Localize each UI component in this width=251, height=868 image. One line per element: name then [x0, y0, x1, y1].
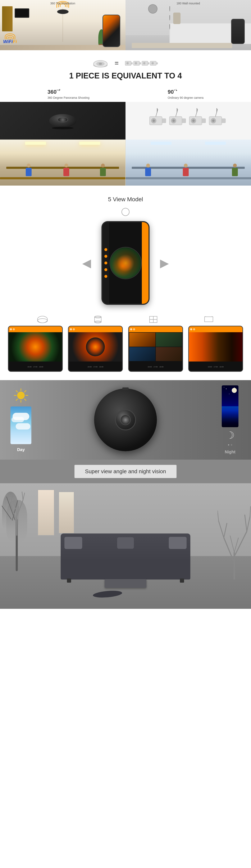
camera-device-body	[57, 9, 69, 14]
hook-1	[169, 6, 170, 11]
mode-icons-row	[4, 315, 247, 323]
panorama-mode-icon	[204, 316, 214, 323]
mode-icon-panorama	[202, 315, 215, 323]
night-stars-label: ✦ ✧	[227, 443, 232, 446]
head-r3	[233, 164, 237, 167]
degree-sym-360: °	[57, 89, 58, 92]
wifi-dot	[9, 38, 11, 40]
dome-base	[52, 127, 74, 129]
dome-cam-3d	[47, 112, 79, 129]
svg-rect-21	[157, 108, 157, 112]
desk-row-1	[0, 177, 125, 179]
camera-product-row	[0, 102, 251, 140]
wall-mounted-phone	[231, 19, 245, 44]
four-cams-svg	[125, 59, 158, 68]
t1-icon1	[10, 328, 12, 330]
comp-360-header: 360 ° ↺ 360 Degree Panorama Shooting	[48, 89, 90, 99]
thumb-top-bar-3	[129, 327, 182, 332]
curve-sym-90: ↳	[175, 89, 177, 92]
pano-camera-display	[0, 102, 125, 140]
grid-cell-4	[156, 347, 182, 361]
time-label-4c: 18:00	[219, 366, 224, 368]
camera-dome-body	[94, 389, 157, 451]
svg-line-73	[230, 535, 234, 552]
t2-icon2	[73, 328, 75, 330]
thumb-timeline-4: 16:00 17:00 18:00	[208, 366, 224, 368]
t4-icon2	[193, 328, 195, 330]
sofa-seat	[61, 559, 190, 580]
lens-inner	[120, 415, 131, 425]
thumb-top-bar-2	[69, 327, 122, 332]
comparison-headers: 360 ° ↺ 360 Degree Panorama Shooting 90 …	[0, 89, 251, 99]
svg-line-72	[247, 517, 250, 531]
bullet-cams-svg	[149, 108, 228, 133]
phone-screen-content	[103, 15, 120, 46]
t3-icon1	[130, 328, 132, 330]
thumb-screen-2	[69, 332, 122, 362]
ceiling-light-r2	[205, 142, 226, 145]
grid-cell-2	[156, 333, 182, 347]
moon-symbol: ☽	[226, 430, 235, 440]
wifi-text: WiFiFi	[3, 39, 17, 44]
sofa-pillow-center	[117, 537, 134, 549]
thumb-phone-3: 16:00 17:00 18:00	[128, 326, 183, 372]
desk-row-r1	[125, 177, 251, 179]
tv	[14, 8, 29, 18]
phone-right-sidebar	[142, 222, 149, 304]
wifi-text-fi: Fi	[13, 39, 17, 44]
section-daynight: Day ☽ ✦ ✧ Night	[0, 380, 251, 460]
fisheye-mode-icon	[37, 316, 48, 323]
thumb-bottom-1: 16:00 17:00 18:00	[8, 362, 62, 372]
thumb-phone-1: 16:00 17:00 18:00	[8, 326, 63, 372]
left-install-label: 360 Top installation	[0, 2, 125, 5]
day-panel: Day	[0, 380, 42, 460]
star-4	[229, 394, 229, 394]
night-image-panel	[222, 385, 239, 427]
equivalent-visual: =	[4, 59, 247, 68]
time-label-1c: 18:00	[39, 366, 43, 368]
360-degree-label: 360 ° ↺	[48, 89, 90, 95]
svg-line-54	[25, 399, 26, 400]
svg-point-31	[192, 120, 195, 122]
cloud-3	[16, 423, 30, 430]
time-label-2c: 18:00	[99, 366, 103, 368]
svg-rect-17	[162, 119, 166, 123]
head-r2	[184, 164, 188, 167]
phone-left-sidebar	[102, 222, 109, 304]
body-r3	[232, 168, 238, 176]
grid-cell-3	[129, 347, 155, 361]
night-label: Night	[225, 450, 235, 455]
sidebar-icon-4	[104, 268, 107, 271]
day-label: Day	[17, 447, 25, 452]
svg-line-75	[218, 510, 219, 521]
section2-title: 1 PIECE IS EQUIVALENT TO 4	[4, 71, 247, 80]
svg-line-62	[22, 492, 23, 500]
sphere-mode-icon	[94, 316, 102, 323]
svg-point-9	[135, 62, 137, 64]
section-living-room	[0, 483, 251, 609]
90-num-sym: 90 ° ↳	[168, 89, 178, 95]
arrow-left-btn[interactable]: ◀	[82, 256, 91, 270]
time-label-1a: 16:00	[27, 366, 32, 368]
svg-point-41	[37, 316, 48, 323]
section-superview-text: Super view angle and night vision	[0, 460, 251, 483]
body-r2	[183, 168, 189, 176]
view-circle-indicator	[122, 208, 129, 216]
aurora	[222, 406, 239, 423]
sidebar-icon-3	[104, 261, 107, 265]
sidebar-icon-1	[104, 248, 107, 251]
svg-line-67	[224, 538, 234, 563]
svg-line-64	[14, 504, 17, 515]
t1-icon2	[13, 328, 15, 330]
sofa-pillow-left	[64, 537, 82, 549]
superview-box: Super view angle and night vision	[74, 465, 176, 478]
arrow-right-btn[interactable]: ▶	[160, 256, 169, 270]
body-1	[26, 168, 32, 176]
svg-rect-27	[177, 108, 177, 112]
lens-outer-ring	[115, 409, 136, 430]
90-label-text: Ordinary 90 degree camera	[168, 96, 203, 99]
art-panel-2	[59, 492, 74, 533]
center-camera-device	[42, 389, 209, 451]
four-bullet-cams	[149, 108, 228, 133]
night-panel: ☽ ✦ ✧ Night	[209, 380, 251, 460]
